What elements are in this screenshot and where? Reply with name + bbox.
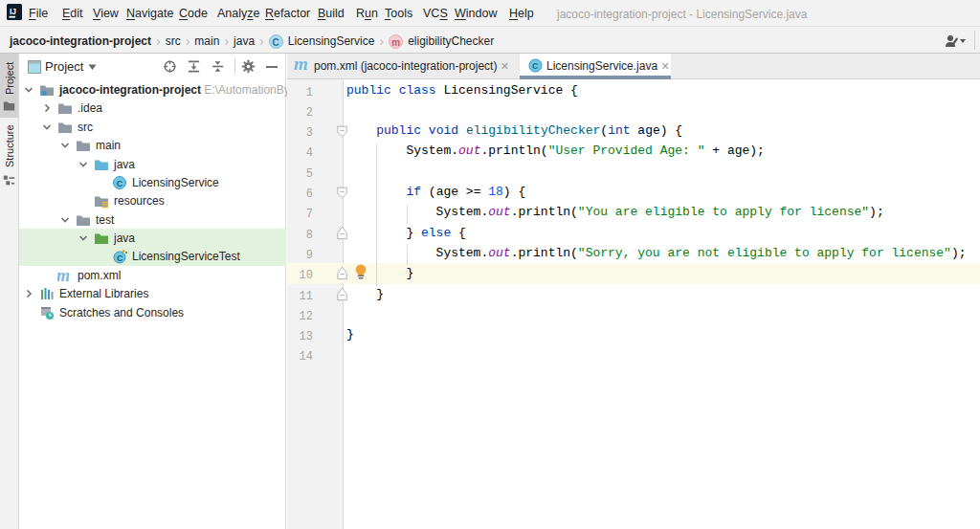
svg-text:C: C [117,178,123,187]
svg-text:IJ: IJ [10,7,16,16]
svg-text:m: m [57,268,70,283]
svg-text:C: C [532,61,538,71]
svg-text:C: C [117,253,123,263]
svg-text:m: m [294,57,308,73]
